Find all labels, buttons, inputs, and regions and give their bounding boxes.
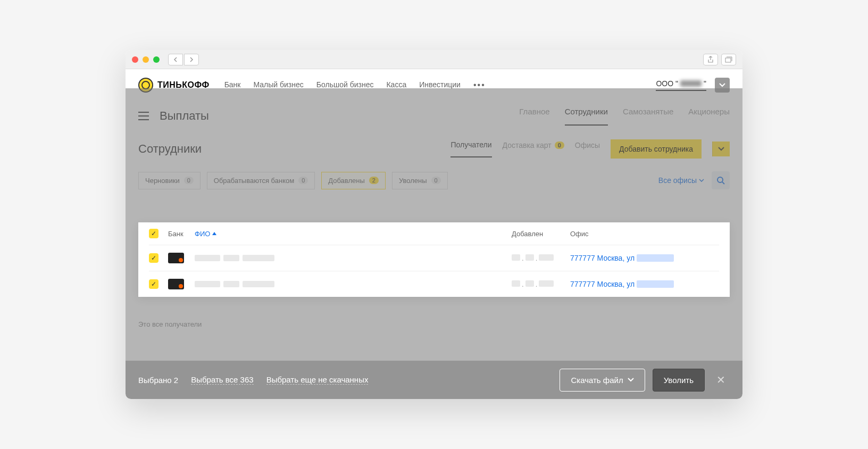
column-name-label: ФИО [195,230,210,238]
redacted-name [243,255,274,261]
select-all-checkbox[interactable]: ✓ [149,229,158,238]
column-office[interactable]: Офис [570,230,719,238]
column-bank[interactable]: Банк [168,230,195,238]
table-row[interactable]: ✓ .. 777777 Москва, ул [149,271,719,297]
select-undownloaded-link[interactable]: Выбрать еще не скачанных [266,375,369,385]
redacted-name [223,255,239,261]
browser-window: ТИНЬКОФФ Банк Малый бизнес Большой бизне… [126,50,742,399]
company-prefix: ООО " [656,79,678,88]
close-footer-button[interactable]: ✕ [712,373,730,386]
bank-card-icon [168,279,184,289]
back-button[interactable] [168,54,183,65]
selected-count: Выбрано 2 [138,376,178,385]
window-titlebar [126,50,742,69]
column-added[interactable]: Добавлен [512,230,570,238]
fire-button[interactable]: Уволить [653,369,705,392]
office-text: 777777 Москва, ул [570,280,635,288]
download-label: Скачать файл [571,376,623,385]
select-all-link[interactable]: Выбрать все 363 [191,375,253,385]
redacted-address [637,280,674,288]
svg-rect-0 [725,58,731,62]
minimize-window-button[interactable] [143,56,149,63]
page-content: ТИНЬКОФФ Банк Малый бизнес Большой бизне… [126,69,742,399]
redacted-name [195,281,220,287]
table-header: ✓ Банк ФИО Добавлен Офис [149,222,719,245]
redacted-date: .. [512,254,570,262]
employees-table: ✓ Банк ФИО Добавлен Офис ✓ .. [138,222,730,297]
company-suffix: " [704,79,706,88]
table-row[interactable]: ✓ .. 777777 Москва, ул [149,245,719,271]
redacted-company-name [680,80,702,87]
nav-buttons [168,54,199,65]
traffic-lights [132,56,160,63]
office-text: 777777 Москва, ул [570,254,635,262]
close-window-button[interactable] [132,56,138,63]
share-button[interactable] [703,54,718,65]
redacted-date: .. [512,280,570,288]
redacted-name [223,281,239,287]
row-checkbox[interactable]: ✓ [149,253,158,263]
maximize-window-button[interactable] [153,56,160,63]
redacted-name [243,281,274,287]
tabs-button[interactable] [721,54,736,65]
bank-card-icon [168,253,184,263]
chevron-down-icon [628,378,634,382]
row-checkbox[interactable]: ✓ [149,279,158,289]
forward-button[interactable] [184,54,199,65]
selection-footer: Выбрано 2 Выбрать все 363 Выбрать еще не… [126,361,742,399]
redacted-name [195,255,220,261]
office-link[interactable]: 777777 Москва, ул [570,280,719,288]
office-link[interactable]: 777777 Москва, ул [570,254,719,262]
download-file-button[interactable]: Скачать файл [560,369,645,392]
sort-asc-icon [212,232,216,235]
column-name-sortable[interactable]: ФИО [195,230,512,238]
redacted-address [637,254,674,262]
